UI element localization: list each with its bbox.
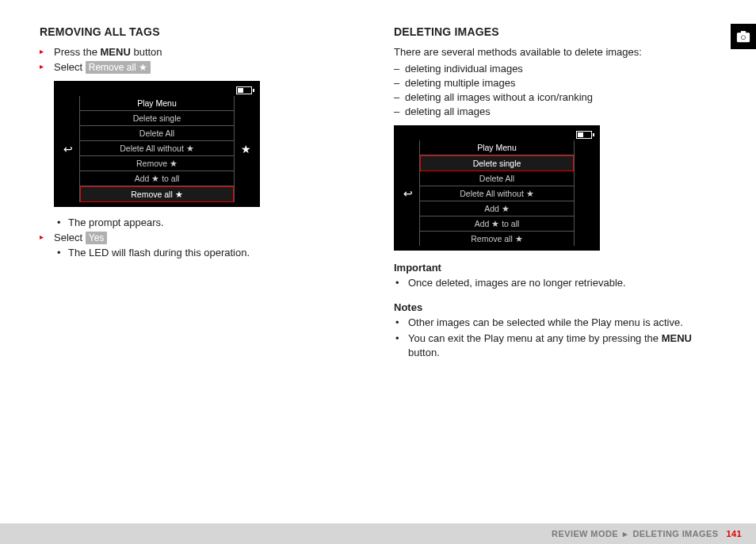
- delete-methods-list: deleting individual imagesdeleting multi…: [394, 63, 716, 117]
- camera-screen-remove-all: ↩ Play MenuDelete singleDelete AllDelete…: [54, 81, 260, 207]
- menu-item: Remove ★: [80, 156, 234, 171]
- intro-text: There are several methods available to d…: [394, 46, 716, 58]
- label-notes: Notes: [394, 301, 716, 313]
- svg-point-2: [742, 36, 744, 39]
- step-press-menu: Press the MENU button: [40, 46, 362, 58]
- back-icon: ↩: [403, 187, 413, 200]
- notes-bullet-1: Other images can be selected while the P…: [405, 316, 716, 330]
- important-bullet-1: Once deleted, images are no longer retri…: [405, 276, 716, 290]
- menu-item: Add ★ to all: [80, 171, 234, 186]
- heading-deleting-images: DELETING IMAGES: [394, 25, 716, 38]
- dash-item: deleting multiple images: [394, 77, 716, 89]
- chip-remove-all: Remove all ★: [86, 61, 151, 74]
- dash-item: deleting individual images: [394, 63, 716, 75]
- label-important: Important: [394, 262, 716, 274]
- page-number: 141: [726, 529, 742, 538]
- back-icon: ↩: [63, 143, 73, 155]
- camera-screen-delete-single: ↩ Play MenuDelete singleDelete AllDelete…: [394, 125, 600, 251]
- left-column: REMOVING ALL TAGS Press the MENU button …: [40, 25, 362, 362]
- sub-led-flash: The LED will flash during this operation…: [68, 247, 362, 259]
- play-menu-list: Play MenuDelete singleDelete AllDelete A…: [419, 140, 575, 246]
- menu-item: Delete single: [80, 111, 234, 126]
- svg-rect-3: [742, 32, 746, 34]
- menu-item: Delete All: [420, 171, 574, 186]
- menu-item: Add ★: [420, 201, 574, 216]
- breadcrumb-2: DELETING IMAGES: [632, 529, 718, 538]
- menu-item: Delete All without ★: [80, 141, 234, 156]
- dash-item: deleting all images without a icon/ranki…: [394, 91, 716, 103]
- breadcrumb-1: REVIEW MODE: [552, 529, 618, 538]
- step-select-yes: Select Yes: [40, 232, 362, 243]
- menu-item: Remove all ★: [420, 232, 574, 246]
- menu-item: Delete single: [420, 155, 574, 171]
- step-select-remove-all: Select Remove all ★: [40, 61, 362, 73]
- sub-prompt-appears: The prompt appears.: [68, 216, 362, 228]
- heading-removing-all-tags: REMOVING ALL TAGS: [40, 25, 362, 38]
- section-tab-camera-icon: [731, 24, 756, 49]
- menu-header: Play Menu: [80, 96, 234, 111]
- battery-icon: [576, 131, 592, 139]
- menu-header: Play Menu: [420, 140, 574, 155]
- chip-yes: Yes: [86, 232, 108, 244]
- menu-item: Add ★ to all: [420, 216, 574, 232]
- battery-icon: [236, 86, 252, 94]
- notes-bullet-2: You can exit the Play menu at any time b…: [405, 331, 716, 359]
- chevron-right-icon: ▸: [623, 529, 628, 539]
- dash-item: deleting all images: [394, 105, 716, 117]
- page-footer: REVIEW MODE ▸ DELETING IMAGES 141: [0, 523, 756, 544]
- menu-item: Delete All without ★: [420, 186, 574, 201]
- menu-item: Remove all ★: [80, 186, 234, 202]
- menu-item: Delete All: [80, 126, 234, 141]
- star-icon: ★: [241, 143, 251, 155]
- play-menu-list: Play MenuDelete singleDelete AllDelete A…: [79, 96, 235, 202]
- right-column: DELETING IMAGES There are several method…: [394, 25, 716, 362]
